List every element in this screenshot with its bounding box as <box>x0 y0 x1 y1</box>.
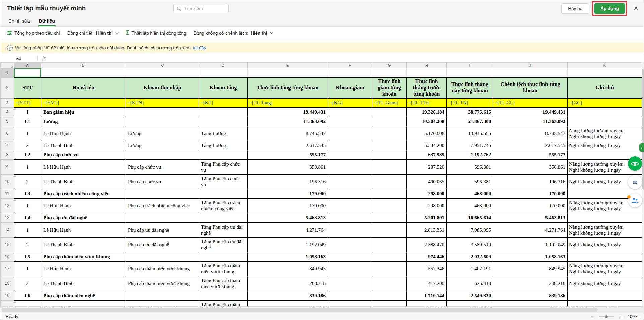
search-box[interactable] <box>173 4 229 13</box>
cell-I8[interactable]: 1.192.762 <box>447 150 493 159</box>
cell-K3[interactable]: =[GC] <box>568 98 642 107</box>
cell-A15[interactable]: 2 <box>14 237 41 252</box>
cell-H13[interactable]: 5.201.801 <box>407 213 447 222</box>
cell-E15[interactable]: 1.192.049 <box>248 237 328 252</box>
column-header-F[interactable]: F <box>328 63 372 68</box>
cell-K16[interactable] <box>568 252 642 261</box>
cell-B16[interactable]: Phụ cấp thâm niên vượt khung <box>41 252 126 261</box>
cell-A12[interactable]: 1 <box>14 198 41 213</box>
cell-E7[interactable]: 2.617.545 <box>248 141 328 150</box>
cell-H2[interactable]: Thực lĩnh tháng trước từng khoản <box>407 78 447 99</box>
search-input[interactable] <box>184 6 244 11</box>
cell-I17[interactable]: 1.407.191 <box>447 261 493 276</box>
cell-H8[interactable]: 637.585 <box>407 150 447 159</box>
cell-B17[interactable]: Lê Hữu Hạnh <box>41 261 126 276</box>
cell-A19[interactable]: I.6 <box>14 291 41 300</box>
zoom-out-button[interactable]: − <box>590 314 594 319</box>
cell-G2[interactable]: Thực lĩnh giảm từng khoản <box>372 78 407 99</box>
cell-I16[interactable]: 2.032.609 <box>447 252 493 261</box>
cell-H1[interactable] <box>407 68 447 78</box>
cell-J17[interactable]: 849.945 <box>493 261 568 276</box>
column-header-E[interactable]: E <box>248 63 328 68</box>
cell-H9[interactable]: 237.520 <box>407 159 447 174</box>
cell-E20[interactable]: 839.186 <box>248 300 328 306</box>
row-header-11[interactable]: 11 <box>1 189 14 198</box>
cell-F2[interactable]: Khoản giảm <box>328 78 372 99</box>
cell-C2[interactable]: Khoản thu nhập <box>126 78 199 99</box>
cell-A4[interactable]: I <box>14 107 41 117</box>
cell-C16[interactable] <box>126 252 199 261</box>
cell-D3[interactable]: =[KT] <box>199 98 248 107</box>
row-header-8[interactable]: 8 <box>1 150 14 159</box>
zoom-in-button[interactable]: + <box>619 314 623 319</box>
cell-G1[interactable] <box>372 68 407 78</box>
cell-G10[interactable] <box>372 174 407 189</box>
cell-C6[interactable]: Lương <box>126 126 199 141</box>
cell-B12[interactable]: Lê Hữu Hạnh <box>41 198 126 213</box>
cell-G6[interactable] <box>372 126 407 141</box>
cell-D13[interactable] <box>199 213 248 222</box>
cell-I15[interactable]: 3.580.519 <box>447 237 493 252</box>
cell-K18[interactable]: Nghỉ không lương 1 ngày <box>568 276 642 291</box>
cell-I20[interactable]: 2.549.330 <box>447 300 493 306</box>
cell-C5[interactable] <box>126 117 199 126</box>
row-header-13[interactable]: 13 <box>1 213 14 222</box>
formula-input[interactable] <box>46 54 644 62</box>
cell-J9[interactable]: 358.861 <box>493 159 568 174</box>
cell-G12[interactable] <box>372 198 407 213</box>
cell-J5[interactable]: 11.363.092 <box>493 117 568 126</box>
cell-K17[interactable]: Nâng lương thường xuyên; Nghỉ không lươn… <box>568 261 642 276</box>
cell-F4[interactable] <box>328 107 372 117</box>
cell-A2[interactable]: STT <box>14 78 41 99</box>
cell-F16[interactable] <box>328 252 372 261</box>
cell-I10[interactable]: 596.381 <box>447 174 493 189</box>
cell-G9[interactable] <box>372 159 407 174</box>
cell-E11[interactable]: 170.000 <box>248 189 328 198</box>
cell-A6[interactable]: 1 <box>14 126 41 141</box>
cell-B1[interactable] <box>41 68 126 78</box>
cell-C7[interactable]: Lương <box>126 141 199 150</box>
column-header-I[interactable]: I <box>447 63 493 68</box>
cell-A16[interactable]: I.5 <box>14 252 41 261</box>
cell-D17[interactable]: Tăng Phụ cấp thâm niên vượt khung <box>199 261 248 276</box>
cell-D4[interactable] <box>199 107 248 117</box>
row-header-19[interactable]: 19 <box>1 291 14 300</box>
cell-H19[interactable]: 1.710.144 <box>407 291 447 300</box>
cell-D2[interactable]: Khoản tăng <box>199 78 248 99</box>
cell-H6[interactable]: 5.170.008 <box>407 126 447 141</box>
cell-B5[interactable]: Lương <box>41 117 126 126</box>
cell-F11[interactable] <box>328 189 372 198</box>
zoom-slider[interactable] <box>599 316 614 317</box>
cell-E5[interactable]: 11.363.092 <box>248 117 328 126</box>
column-header-D[interactable]: D <box>199 63 248 68</box>
cell-G19[interactable] <box>372 291 407 300</box>
cell-A14[interactable]: 1 <box>14 222 41 237</box>
cell-E12[interactable]: 170.000 <box>248 198 328 213</box>
cell-F15[interactable] <box>328 237 372 252</box>
cell-B11[interactable]: Phụ cấp trách nhiệm công việc <box>41 189 126 198</box>
cell-A7[interactable]: 2 <box>14 141 41 150</box>
cell-D10[interactable]: Tăng Phụ cấp chức vụ <box>199 174 248 189</box>
cell-C17[interactable]: Phụ cấp thâm niên vượt khung <box>126 261 199 276</box>
cell-E16[interactable]: 1.058.163 <box>248 252 328 261</box>
horizontal-scrollbar-thumb[interactable] <box>1 308 598 312</box>
cell-K5[interactable] <box>568 117 642 126</box>
cell-D20[interactable]: Tăng Phụ cấp thâm niên nghề <box>199 300 248 306</box>
row-header-15[interactable]: 15 <box>1 237 14 252</box>
cell-C15[interactable]: Phụ cấp ưu đãi nghề <box>126 237 199 252</box>
cell-J13[interactable]: 5.463.813 <box>493 213 568 222</box>
vertical-scrollbar-thumb[interactable] <box>642 69 644 190</box>
cell-B18[interactable]: Lê Thanh Bình <box>41 276 126 291</box>
cell-C13[interactable] <box>126 213 199 222</box>
horizontal-scrollbar[interactable] <box>0 306 644 313</box>
row-header-10[interactable]: 10 <box>1 174 14 189</box>
cell-E4[interactable]: 19.449.431 <box>248 107 328 117</box>
row-header-14[interactable]: 14 <box>1 222 14 237</box>
collapse-panel-chevron[interactable]: › <box>639 143 644 152</box>
cell-D6[interactable]: Tăng Lương <box>199 126 248 141</box>
cell-F17[interactable] <box>328 261 372 276</box>
cell-J14[interactable]: 4.271.764 <box>493 222 568 237</box>
row-header-2[interactable]: 2 <box>1 78 14 99</box>
cell-H14[interactable]: 2.813.331 <box>407 222 447 237</box>
cell-E14[interactable]: 4.271.764 <box>248 222 328 237</box>
